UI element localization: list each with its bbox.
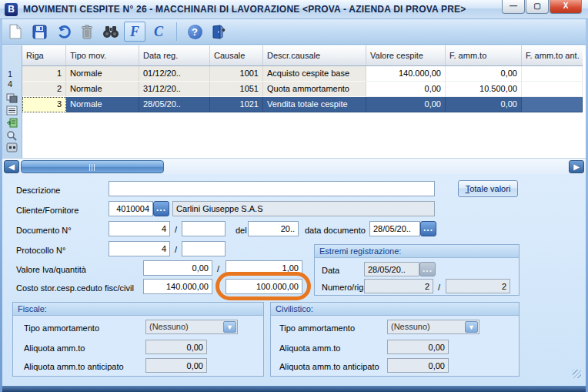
help-button[interactable]: ? (184, 22, 205, 42)
estremi-data-label: Data (322, 266, 339, 276)
cell-data[interactable]: 28/05/20.. (139, 97, 210, 112)
close-button[interactable]: X (550, 0, 582, 14)
cell-data[interactable]: 31/12/20.. (139, 82, 210, 97)
data-documento-label: data documento (305, 226, 366, 236)
cell-riga[interactable]: 1 (22, 66, 66, 82)
column-header-tipo-mov[interactable]: Tipo mov. (66, 45, 139, 65)
cell-fammto-ant[interactable] (522, 82, 583, 97)
undo-button[interactable] (52, 22, 74, 42)
cliente-lookup-button[interactable]: ... (153, 201, 169, 216)
column-header-f-ammto[interactable]: F. amm.to (446, 45, 522, 65)
cell-fammto-ant[interactable] (522, 66, 583, 82)
app-icon: B (5, 3, 18, 16)
grid-header: Riga Tipo mov. Data reg. Causale Descr.c… (22, 45, 583, 66)
toolbar-separator (176, 22, 177, 41)
cliente-name-field: Carlini Giuseppe S.A.S (172, 201, 435, 216)
cell-descr[interactable]: Acquisto cespite base (263, 66, 366, 82)
table-row-selected[interactable]: 3 Normale 28/05/20.. 1021 Vendita totale… (22, 97, 583, 112)
find-button[interactable] (100, 22, 122, 42)
window-border-bottom (0, 386, 588, 392)
documento-label: Documento N° (16, 226, 72, 236)
column-header-riga[interactable]: Riga (22, 45, 66, 65)
scrollbar-thumb[interactable] (21, 160, 164, 173)
documento-slash: / (175, 225, 177, 234)
numero-riga-slash: / (438, 283, 440, 292)
cliente-fornitore-label: Cliente/Fornitore (16, 206, 79, 216)
cell-options-icon[interactable] (6, 142, 18, 152)
civilistico-aliquota-label: Aliquota amm.to (279, 343, 340, 353)
documento-n1-input[interactable]: 4 (109, 221, 170, 236)
cliente-code-input[interactable]: 4010004 (109, 201, 153, 216)
delete-button[interactable] (76, 22, 98, 42)
scroll-left-button[interactable]: ◀ (4, 160, 19, 173)
zoom-icon[interactable] (6, 130, 18, 140)
cell-fammto[interactable]: 0,00 (446, 97, 522, 112)
civilistico-view-button[interactable]: C (148, 22, 169, 42)
scroll-right-button[interactable]: ▶ (569, 160, 584, 173)
numero-riga-label: Numero/riga (322, 283, 369, 293)
descrizione-input[interactable] (109, 181, 435, 196)
documento-anno-input[interactable]: 20.. (248, 221, 299, 236)
cell-fammto[interactable]: 10.500,00 (446, 82, 522, 97)
new-record-button[interactable] (5, 22, 26, 42)
numero-field: 2 (364, 279, 433, 293)
cell-causale[interactable]: 1021 (210, 97, 263, 112)
cell-fammto[interactable]: 0,00 (446, 66, 522, 82)
horizontal-scrollbar[interactable]: ◀ ▶ (2, 158, 586, 174)
costo-fiscale-input[interactable]: 140.000,00 (143, 279, 212, 294)
cell-descr[interactable]: Vendita totale cespite (263, 97, 366, 112)
cell-valore[interactable]: 0,00 (366, 82, 446, 97)
data-documento-calendar-button[interactable]: ... (420, 221, 436, 236)
fiscale-tipo-label: Tipo ammortamento (24, 323, 99, 333)
minimize-button[interactable]: — (502, 0, 525, 14)
insert-row-icon[interactable] (6, 118, 18, 128)
fiscale-view-button[interactable]: F (124, 22, 145, 42)
column-header-descr-causale[interactable]: Descr.causale (263, 45, 366, 65)
cascade-view-icon[interactable] (6, 93, 18, 103)
cell-riga[interactable]: 2 (22, 82, 66, 97)
cell-riga-focused[interactable]: 3 (22, 97, 66, 112)
cell-causale[interactable]: 1001 (210, 66, 263, 82)
title-bar: B MOVIMENTI CESPITE N° 26 - MACCHINARI D… (0, 0, 588, 19)
chevron-down-icon[interactable]: ▼ (223, 321, 236, 333)
documento-n2-input[interactable] (182, 221, 226, 236)
undo-icon (55, 24, 71, 39)
cell-fammto-ant[interactable] (522, 97, 583, 112)
list-view-icon[interactable] (6, 106, 18, 116)
resize-grip-icon[interactable] (573, 370, 581, 378)
cell-data[interactable]: 01/12/20.. (139, 66, 210, 82)
column-header-data-reg[interactable]: Data reg. (139, 45, 210, 65)
maximize-button[interactable]: ▢ (526, 0, 549, 14)
exit-door-icon (211, 25, 226, 39)
trash-icon (81, 25, 93, 39)
column-header-causale[interactable]: Causale (210, 45, 263, 65)
save-button[interactable] (28, 22, 50, 42)
exit-button[interactable] (208, 22, 229, 42)
column-header-valore-cespite[interactable]: Valore cespite (366, 45, 446, 65)
cell-tipo[interactable]: Normale (66, 66, 139, 82)
cell-valore[interactable]: 140.000,00 (366, 66, 446, 82)
table-row[interactable]: 1 Normale 01/12/20.. 1001 Acquisto cespi… (22, 66, 583, 82)
totale-valori-button[interactable]: Totale valori (458, 180, 518, 197)
descrizione-label: Descrizione (16, 186, 60, 196)
protocollo-n1-input[interactable]: 4 (109, 241, 170, 256)
civilistico-anticipato-label: Aliquota amm.to anticipato (279, 362, 379, 372)
column-header-f-ammto-ant[interactable]: F. amm.to ant. (522, 45, 583, 65)
data-documento-input[interactable]: 28/05/20.. (369, 221, 420, 236)
cell-descr[interactable]: Quota ammortamento (263, 82, 366, 97)
cell-causale[interactable]: 1051 (210, 82, 263, 97)
table-row[interactable]: 2 Normale 31/12/20.. 1051 Quota ammortam… (22, 82, 583, 97)
cell-valore[interactable]: 0,00 (366, 97, 446, 112)
chevron-down-icon[interactable]: ▼ (465, 321, 478, 333)
civilistico-letter-icon: C (154, 24, 163, 40)
detail-form: Descrizione Totale valori Cliente/Fornit… (2, 174, 586, 386)
valore-iva-input[interactable]: 0,00 (143, 260, 212, 276)
fiscale-tipo-dropdown[interactable]: (Nessuno) ▼ (145, 320, 238, 334)
cell-tipo[interactable]: Normale (66, 97, 139, 112)
costo-storico-label: Costo stor.cesp.ceduto fisc/civil (16, 283, 134, 293)
help-icon: ? (188, 25, 202, 39)
civilistico-tipo-dropdown[interactable]: (Nessuno) ▼ (387, 320, 479, 334)
window-controls: — ▢ X (501, 0, 582, 14)
cell-tipo[interactable]: Normale (66, 82, 139, 97)
protocollo-n2-input[interactable] (182, 241, 226, 256)
